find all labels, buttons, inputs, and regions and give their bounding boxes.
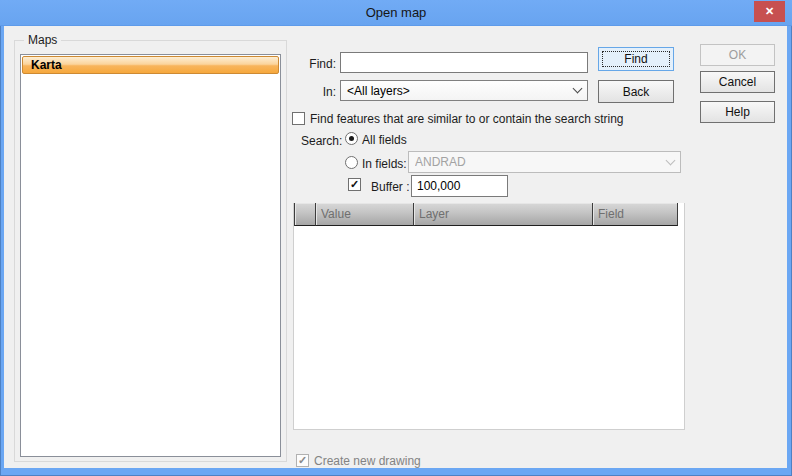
titlebar[interactable]: Open map ✕ [0,0,792,26]
in-fields-dropdown[interactable]: ANDRAD [408,151,681,173]
chevron-down-icon [573,84,583,94]
open-map-dialog: Open map ✕ Maps Karta Find: Find In: <Al… [0,0,792,476]
buffer-input[interactable] [411,175,508,197]
column-header-field[interactable]: Field [593,203,678,226]
help-button-label: Help [725,105,750,119]
layers-dropdown[interactable]: <All layers> [340,80,588,101]
back-button-label: Back [623,85,650,99]
maps-listbox[interactable]: Karta [20,54,281,457]
close-icon: ✕ [765,5,774,18]
column-header-layer[interactable]: Layer [414,203,593,226]
in-fields-radio[interactable] [345,156,358,169]
list-item-label: Karta [31,58,62,72]
all-fields-radio[interactable] [345,132,358,145]
ok-button-label: OK [729,48,746,62]
create-new-drawing-label: Create new drawing [314,454,421,468]
radio-dot [349,136,354,141]
find-input[interactable] [340,52,588,73]
results-grid-header: Value Layer Field [294,203,684,226]
check-icon: ✓ [298,455,307,466]
in-label: In: [296,85,336,99]
column-header-selector[interactable] [294,203,316,226]
in-fields-radio-label: In fields: [362,157,407,171]
chevron-down-icon [666,155,676,165]
dialog-title: Open map [0,5,792,20]
ok-button[interactable]: OK [700,44,775,66]
column-header-value[interactable]: Value [316,203,414,226]
back-button[interactable]: Back [598,80,674,103]
maps-groupbox-label: Maps [24,33,61,47]
help-button[interactable]: Help [700,101,775,123]
search-label: Search: [301,134,342,148]
find-button[interactable]: Find [598,47,674,71]
buffer-label: Buffer : [371,180,409,194]
buffer-checkbox[interactable]: ✓ [348,178,361,191]
find-label: Find: [296,57,336,71]
close-button[interactable]: ✕ [754,1,785,22]
results-grid-body [294,226,684,429]
similar-checkbox-label: Find features that are similar to or con… [310,112,623,126]
list-item-karta[interactable]: Karta [22,56,279,74]
cancel-button[interactable]: Cancel [700,71,775,93]
cancel-button-label: Cancel [719,75,756,89]
create-new-drawing-checkbox[interactable]: ✓ [296,454,309,467]
in-fields-dropdown-value: ANDRAD [415,155,667,169]
check-icon: ✓ [350,179,359,190]
results-grid: Value Layer Field [293,203,685,430]
all-fields-radio-label: All fields [362,133,407,147]
layers-dropdown-value: <All layers> [347,84,574,98]
similar-checkbox[interactable] [292,112,305,125]
find-button-label: Find [624,52,647,66]
